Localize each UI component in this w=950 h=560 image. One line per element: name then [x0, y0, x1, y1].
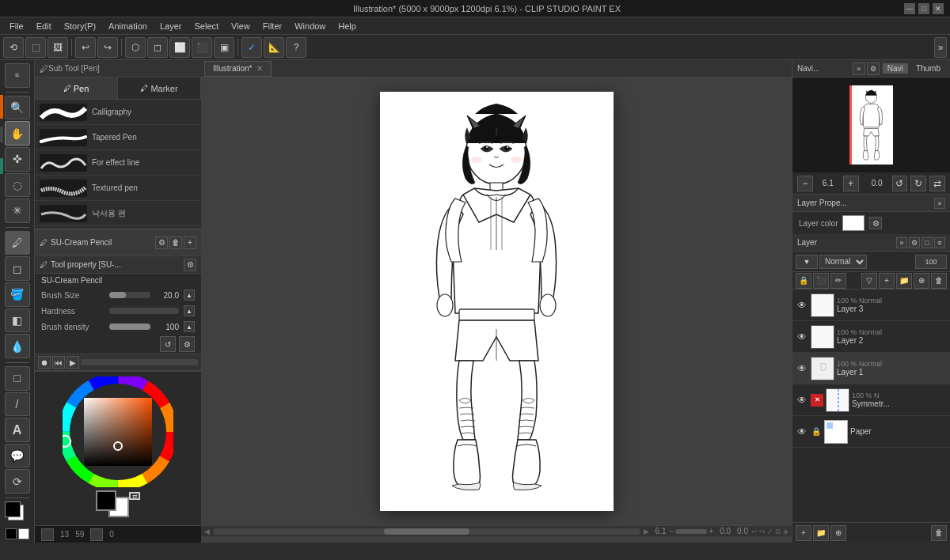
nav-btn-1[interactable]: ↩	[751, 528, 758, 535]
prop-hardness-slider[interactable]	[109, 308, 179, 314]
tool-star[interactable]: ✳	[5, 199, 30, 223]
tool-zoom[interactable]: 🔍	[5, 96, 30, 120]
brush-calligraphy[interactable]: Calligraphy	[35, 100, 201, 125]
layer-eye-2[interactable]: 👁	[796, 331, 808, 343]
toolbar-grid[interactable]: ✓	[241, 37, 262, 58]
black-swatch[interactable]	[6, 528, 17, 539]
layer-eye-paper[interactable]: 👁	[796, 426, 808, 438]
layer-trash-btn[interactable]: 🗑	[931, 525, 947, 541]
navi-tab-thumb[interactable]: Thumb	[911, 63, 945, 74]
tool-lasso[interactable]: ◌	[5, 173, 30, 198]
brush-effect[interactable]: For effect line	[35, 150, 201, 176]
canvas-tab-illustration[interactable]: Illustration* ✕	[204, 61, 272, 77]
layer-panel-3[interactable]: ≡	[934, 237, 945, 248]
tab-pen[interactable]: 🖊 Pen	[35, 78, 118, 99]
scroll-left-btn[interactable]: ◀	[204, 528, 210, 535]
rotate-ccw-btn[interactable]: ↺	[892, 176, 908, 191]
layer-panel-expand[interactable]: »	[896, 237, 907, 248]
white-swatch[interactable]	[18, 528, 29, 539]
tool-prop-settings-btn[interactable]: ⚙	[184, 259, 196, 271]
menu-view[interactable]: View	[225, 20, 256, 32]
zoom-plus[interactable]: +	[709, 527, 713, 535]
brush-add-btn[interactable]: +	[184, 236, 196, 249]
toolbar-help[interactable]: ?	[286, 37, 306, 58]
layer-eye-3[interactable]: 👁	[796, 299, 808, 312]
tool-move[interactable]: ✜	[5, 147, 30, 172]
zoom-slider[interactable]	[675, 529, 707, 534]
tab-marker[interactable]: 🖍 Marker	[118, 78, 201, 99]
brush-tapered[interactable]: Tapered Pen	[35, 125, 201, 150]
layer-eye-sym[interactable]: 👁	[796, 394, 808, 407]
canvas-viewport[interactable]	[201, 78, 792, 525]
layer-blend-select[interactable]: Normal Multiply Screen	[819, 255, 867, 269]
zoom-out-btn[interactable]: −	[797, 176, 813, 191]
layer-item-1[interactable]: 👁 100 % Normal Layer 1	[792, 353, 950, 384]
titlebar-controls[interactable]: — □ ✕	[904, 3, 944, 14]
toolbar-transform2[interactable]: ⬛	[192, 37, 212, 58]
maximize-button[interactable]: □	[918, 3, 929, 14]
navi-expand[interactable]: »	[853, 62, 865, 75]
layer-opacity-val[interactable]: 100	[915, 255, 947, 269]
nav-btn-5[interactable]: ◈	[783, 528, 788, 535]
brush-delete-btn[interactable]: 🗑	[169, 236, 182, 249]
tool-balloon[interactable]: 💬	[5, 444, 30, 468]
brush-settings-btn[interactable]: ⚙	[155, 236, 168, 249]
minimize-button[interactable]: —	[904, 3, 915, 14]
prop-hardness-up[interactable]: ▲	[184, 305, 195, 316]
layer-add-btn[interactable]: +	[796, 525, 811, 541]
layer-lock-all[interactable]: 🔒	[796, 273, 811, 289]
brush-nakseoyong[interactable]: 낙서용 펜	[35, 201, 201, 226]
prop-reset-btn[interactable]: ↺	[160, 336, 176, 352]
toolbar-transform1[interactable]: ⬜	[169, 37, 190, 58]
toolbar-btn-3[interactable]: 🖼	[48, 37, 68, 58]
nav-btn-3[interactable]: ⤢	[767, 528, 773, 535]
menu-window[interactable]: Window	[288, 20, 332, 32]
layer-eye-1[interactable]: 👁	[796, 362, 808, 375]
prop-settings2-btn[interactable]: ⚙	[179, 336, 195, 352]
menu-select[interactable]: Select	[188, 20, 226, 32]
prop-density-slider[interactable]	[109, 324, 150, 330]
tool-text[interactable]: A	[5, 418, 30, 442]
scrollbar-track[interactable]	[213, 528, 640, 535]
layer-panel-2[interactable]: □	[922, 237, 933, 248]
fg-color-swatch[interactable]	[5, 501, 21, 517]
toolbar-btn-2[interactable]: ⬚	[25, 37, 46, 58]
navi-tab-navi[interactable]: Navi	[883, 63, 908, 74]
menu-story[interactable]: Story(P)	[58, 20, 102, 32]
layer-color-settings[interactable]: ⚙	[869, 217, 882, 229]
layer-lock-edit[interactable]: ✏	[830, 273, 846, 289]
panel-expand[interactable]: »	[934, 37, 947, 58]
close-button[interactable]: ✕	[933, 3, 944, 14]
canvas-tab-close[interactable]: ✕	[256, 64, 263, 73]
layer-blend-dropdown[interactable]: ▼	[796, 255, 818, 269]
toolbar-lasso[interactable]: ◻	[147, 37, 168, 58]
layer-add-folder-btn[interactable]: 📁	[813, 525, 829, 541]
tool-gradient[interactable]: ◧	[5, 308, 30, 333]
navigator-preview[interactable]	[792, 78, 950, 172]
layer-lock-transparent[interactable]: ⬛	[813, 273, 829, 289]
layer-copy[interactable]: ⊕	[914, 273, 929, 289]
swap-colors-btn[interactable]: ⇄	[129, 492, 140, 500]
layer-item-sym[interactable]: 👁 ✕ 100 % N Symmetr...	[792, 384, 950, 416]
layer-prop-expand[interactable]: »	[934, 198, 945, 209]
tool-fill[interactable]: 🪣	[5, 282, 30, 307]
toolbar-transform3[interactable]: ▣	[214, 37, 234, 58]
layer-item-3[interactable]: 👁 100 % Normal Layer 3	[792, 289, 950, 321]
redo-button[interactable]: ↪	[97, 37, 118, 58]
layer-item-paper[interactable]: 👁 🔒 Paper	[792, 416, 950, 448]
nav-btn-4[interactable]: ⊞	[775, 528, 781, 535]
anim-play[interactable]: ▶	[66, 356, 79, 369]
prop-size-up[interactable]: ▲	[184, 289, 195, 301]
layer-delete[interactable]: 🗑	[931, 273, 947, 289]
anim-record[interactable]: ⏺	[38, 356, 51, 369]
nav-btn-2[interactable]: ↪	[759, 528, 766, 535]
menu-animation[interactable]: Animation	[102, 20, 154, 32]
foreground-color-swatch[interactable]	[96, 490, 116, 511]
menu-help[interactable]: Help	[332, 20, 363, 32]
layer-add-copy-btn[interactable]: ⊕	[830, 525, 846, 541]
tool-menu[interactable]: ≡	[5, 63, 30, 88]
layer-lock-paper[interactable]: 🔒	[811, 426, 822, 437]
brush-textured[interactable]: Textured pen	[35, 176, 201, 201]
layer-folder[interactable]: 📁	[896, 273, 912, 289]
menu-edit[interactable]: Edit	[30, 20, 58, 32]
